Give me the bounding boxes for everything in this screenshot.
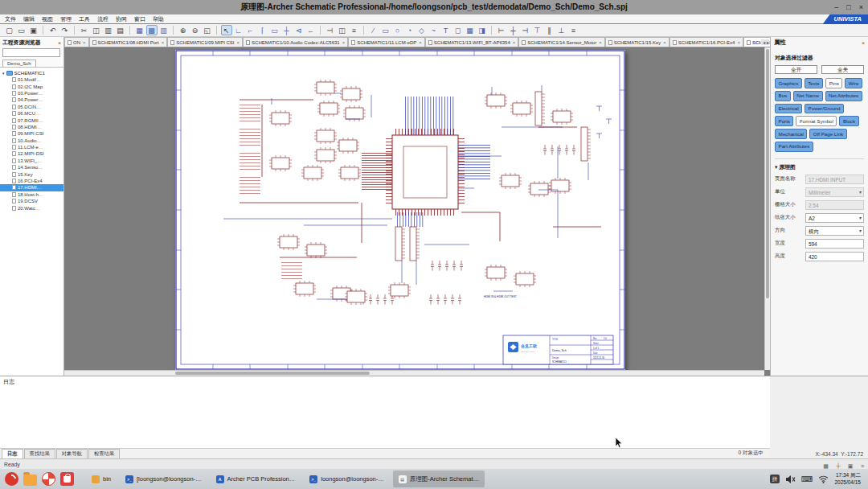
tab-6[interactable]: SCHEMATIC1/13.WIFI_BT-AP6354× — [425, 37, 518, 47]
taskbar-clock[interactable]: 17:34 周二 2025/04/15 — [834, 472, 861, 487]
field-6[interactable]: 594 — [805, 239, 864, 249]
tree-page-3[interactable]: 03.Power… — [0, 90, 63, 97]
tab-close-icon[interactable]: × — [663, 40, 666, 45]
paste-icon[interactable]: ▥ — [103, 25, 114, 35]
junction-icon[interactable]: ┼ — [281, 25, 293, 35]
volume-muted-icon[interactable] — [785, 475, 796, 484]
tree-page-5[interactable]: 05.DCIN… — [0, 104, 63, 110]
keyboard-icon[interactable]: ⌨ — [801, 475, 813, 483]
all-off-button[interactable]: 全关 — [821, 65, 864, 74]
tab-close-icon[interactable]: × — [737, 40, 740, 45]
sheet-icon[interactable]: ◨ — [477, 25, 488, 35]
copy-icon[interactable]: ◫ — [91, 25, 102, 35]
filter-chip-13[interactable]: Mechanical — [775, 129, 807, 139]
tab-close-icon[interactable]: × — [342, 40, 346, 45]
menu-item-8[interactable]: 窗口 — [134, 15, 145, 23]
off-page-link-icon[interactable]: ← — [305, 25, 317, 35]
hscroll-thumb[interactable] — [175, 372, 370, 375]
filter-chip-9[interactable]: Power/Ground — [805, 104, 844, 114]
panel-close-icon[interactable]: × — [862, 40, 865, 46]
menu-item-7[interactable]: 协同 — [116, 15, 127, 23]
port-icon[interactable]: ⊲ — [293, 25, 305, 35]
tab-close-icon[interactable]: × — [513, 40, 516, 45]
taskbar-window-3[interactable]: AArcher PCB Profession… — [211, 471, 301, 487]
block-icon[interactable]: ▭ — [269, 25, 280, 35]
taskbar-window-4[interactable]: >_loongson@loongson-… — [304, 471, 390, 487]
menu-item-3[interactable]: 视图 — [42, 15, 53, 23]
redo-icon[interactable]: ↷ — [59, 25, 71, 35]
table-icon[interactable]: ▦ — [465, 25, 476, 35]
tree-page-8[interactable]: 08.HDMI… — [0, 124, 63, 130]
tree-page-9[interactable]: 09.MIPI CSI — [0, 130, 63, 137]
zoom-out-icon[interactable]: ⊖ — [190, 25, 201, 35]
log-tab-1[interactable]: 日志 — [2, 449, 23, 458]
browser-icon[interactable] — [5, 472, 18, 486]
tree-page-19[interactable]: 19.DCSV — [0, 198, 63, 204]
snap-icon[interactable]: ▣ — [848, 463, 854, 469]
tab-5[interactable]: SCHEMATIC1/11.LCM-eDP× — [348, 37, 425, 47]
spline-icon[interactable]: ~ — [428, 25, 440, 35]
tab-close-icon[interactable]: × — [599, 40, 602, 45]
text-icon[interactable]: T — [440, 25, 452, 35]
tree-page-14[interactable]: 14.Senso… — [0, 164, 63, 171]
filter-chip-7[interactable]: Net Attributes — [825, 91, 862, 101]
zoom-in-icon[interactable]: ⊕ — [178, 25, 189, 35]
menu-item-9[interactable]: 帮助 — [153, 15, 164, 23]
tab-2[interactable]: SCHEMATIC1/08.HDMI Port× — [89, 37, 168, 47]
field-4[interactable]: A2▾ — [805, 213, 864, 223]
select-cursor-icon[interactable]: ↖ — [221, 25, 232, 35]
open-file-icon[interactable]: ▭ — [16, 25, 27, 35]
tab-1[interactable]: ON× — [64, 37, 89, 47]
attribute-icon[interactable]: ≡ — [349, 25, 360, 35]
filter-chip-3[interactable]: Pins — [825, 78, 842, 88]
tab-scroll-arrows[interactable]: ◂ ▸ — [761, 39, 769, 45]
close-button[interactable]: × — [859, 4, 863, 11]
net-label-icon[interactable]: ⊣ — [325, 25, 336, 35]
tree-page-4[interactable]: 04.Power… — [0, 97, 63, 103]
launcher-icon[interactable] — [42, 472, 55, 486]
list-icon[interactable]: ≡ — [861, 463, 864, 469]
horizontal-scrollbar[interactable] — [64, 370, 764, 376]
align-bottom-icon[interactable]: ⊥ — [556, 25, 567, 35]
tree-root[interactable]: ▾ SCHEMATIC1 — [0, 69, 63, 76]
filter-chip-15[interactable]: Part Attributes — [775, 142, 813, 152]
menu-item-5[interactable]: 工具 — [79, 15, 90, 23]
align-right-icon[interactable]: ⊣ — [520, 25, 531, 35]
tab-close-icon[interactable]: × — [419, 40, 422, 45]
arc-icon[interactable]: ◔ — [404, 25, 416, 35]
polyline-icon[interactable]: ⌈ — [257, 25, 268, 35]
minimize-button[interactable]: – — [834, 4, 838, 11]
wifi-icon[interactable] — [818, 475, 829, 483]
tree-page-18[interactable]: 18.Host-h… — [0, 191, 63, 198]
distribute-v-icon[interactable]: ≡ — [568, 25, 579, 35]
filter-chip-5[interactable]: Bus — [775, 91, 791, 101]
tree-page-11[interactable]: 11.LCM-e… — [0, 144, 63, 150]
project-search-input[interactable] — [2, 48, 60, 57]
panel-close-icon[interactable]: × — [58, 40, 61, 46]
log-tab-2[interactable]: 查找结果 — [24, 449, 55, 458]
circle-icon[interactable]: ○ — [392, 25, 403, 35]
rect-icon[interactable]: ▭ — [380, 25, 391, 35]
project-tab[interactable]: Demo_Sch — [2, 60, 36, 67]
tab-close-icon[interactable]: × — [83, 40, 86, 45]
tree-page-15[interactable]: 15.Key — [0, 171, 63, 177]
tree-page-16[interactable]: 16.PCI-Ex4 — [0, 178, 63, 184]
panel-view-icon[interactable]: ▥ — [158, 25, 170, 35]
taskbar-window-2[interactable]: >_[loongson@loongson-… — [120, 471, 207, 487]
schematic-page[interactable]: HDMI IN & HDMI OUT TEST 合见工软 UNIVISTA TE… — [175, 50, 625, 370]
grid-toggle-icon[interactable]: ▦ — [823, 463, 829, 469]
field-7[interactable]: 420 — [805, 252, 864, 261]
align-left-icon[interactable]: ⊢ — [496, 25, 507, 35]
vertical-scrollbar[interactable] — [764, 47, 770, 370]
filter-chip-12[interactable]: Block — [839, 116, 858, 126]
filter-chip-11[interactable]: Format Symbol — [796, 116, 837, 126]
vscroll-thumb[interactable] — [766, 49, 769, 298]
menu-item-4[interactable]: 管理 — [60, 15, 72, 23]
grid-view-icon[interactable]: ▦ — [134, 25, 145, 35]
filter-chip-1[interactable]: Graphics — [775, 78, 802, 88]
filter-chip-10[interactable]: Ports — [775, 116, 793, 126]
tab-4[interactable]: SCHEMATIC1/10.Audio Codec-ALC5631× — [243, 37, 348, 47]
tab-9[interactable]: SCHEMATIC1/16.PCI-Ex4× — [669, 37, 743, 47]
distribute-h-icon[interactable]: ∥ — [544, 25, 555, 35]
symbol-icon[interactable]: ◫ — [337, 25, 348, 35]
